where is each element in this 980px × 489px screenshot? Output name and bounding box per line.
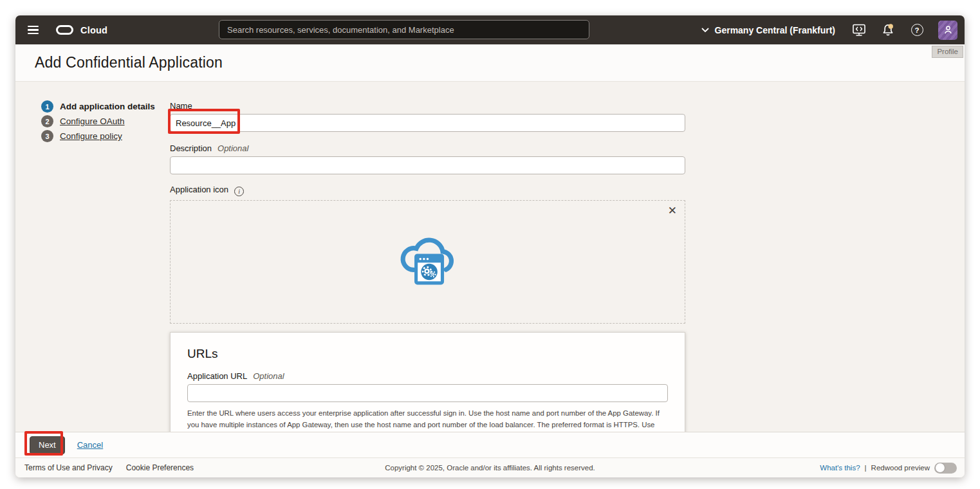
- application-url-label: Application URL: [187, 371, 247, 381]
- profile-avatar[interactable]: [938, 21, 957, 40]
- next-button[interactable]: Next: [30, 436, 65, 454]
- oracle-logo-icon: [56, 25, 73, 35]
- application-icon-preview: [394, 230, 461, 291]
- step-2-label[interactable]: Configure OAuth: [60, 116, 125, 126]
- cloud-shell-button[interactable]: [851, 23, 867, 38]
- step-3-label[interactable]: Configure policy: [60, 131, 122, 141]
- redwood-preview-toggle[interactable]: [934, 463, 957, 474]
- urls-section: URLs Application URL Optional Enter the …: [170, 332, 685, 432]
- application-url-help: Enter the URL where users access your en…: [187, 407, 668, 432]
- cloud-app-icon: [394, 230, 461, 289]
- description-input[interactable]: [170, 156, 685, 174]
- app-window: Cloud Germany Central (Frankfurt): [15, 15, 965, 477]
- person-icon: [943, 24, 954, 35]
- brand-label: Cloud: [80, 25, 107, 35]
- help-button[interactable]: ?: [909, 23, 925, 38]
- whats-this-link[interactable]: What's this?: [820, 464, 860, 472]
- help-icon: ?: [911, 24, 923, 36]
- application-icon-dropzone[interactable]: ✕: [170, 200, 685, 324]
- profile-tooltip: Profile: [932, 46, 963, 58]
- step-2-badge: 2: [41, 115, 53, 127]
- page-header: Add Confidential Application: [15, 44, 965, 82]
- cloud-shell-icon: [852, 24, 866, 37]
- description-label: Description: [170, 143, 212, 153]
- application-icon-label: Application icon: [170, 185, 228, 194]
- page-footer: Terms of Use and Privacy Cookie Preferen…: [15, 457, 965, 477]
- step-1-badge: 1: [41, 100, 53, 113]
- description-optional-label: Optional: [217, 143, 248, 153]
- name-label: Name: [170, 101, 192, 111]
- search-input[interactable]: [219, 20, 589, 39]
- region-selector[interactable]: Germany Central (Frankfurt): [701, 25, 835, 35]
- chevron-down-icon: [701, 28, 709, 33]
- notification-badge: [888, 24, 892, 28]
- close-icon[interactable]: ✕: [668, 205, 677, 216]
- wizard-stepper: 1 Add application details 2 Configure OA…: [41, 100, 155, 142]
- bell-icon: [881, 23, 895, 37]
- terms-link[interactable]: Terms of Use and Privacy: [24, 463, 113, 472]
- wizard-action-bar: Next Cancel: [15, 432, 965, 457]
- cancel-link[interactable]: Cancel: [77, 440, 103, 450]
- stepper-step-3[interactable]: 3 Configure policy: [41, 130, 155, 142]
- step-1-label: Add application details: [60, 102, 155, 111]
- notifications-button[interactable]: [880, 23, 896, 38]
- main-content: 1 Add application details 2 Configure OA…: [15, 82, 965, 432]
- info-icon[interactable]: i: [234, 187, 244, 196]
- toggle-knob: [936, 463, 945, 472]
- region-label: Germany Central (Frankfurt): [715, 25, 835, 35]
- stepper-step-1: 1 Add application details: [41, 100, 155, 113]
- application-details-form: Name Description Optional Application ic…: [170, 101, 685, 432]
- cookie-preferences-link[interactable]: Cookie Preferences: [126, 463, 194, 472]
- name-input[interactable]: [170, 114, 685, 132]
- stepper-step-2[interactable]: 2 Configure OAuth: [41, 115, 155, 127]
- hamburger-menu-icon[interactable]: [28, 23, 43, 38]
- top-navigation-bar: Cloud Germany Central (Frankfurt): [15, 15, 965, 44]
- application-url-input[interactable]: [187, 384, 668, 402]
- page-title: Add Confidential Application: [35, 54, 223, 71]
- urls-heading: URLs: [187, 347, 668, 361]
- redwood-preview-label: Redwood preview: [871, 464, 930, 472]
- oracle-cloud-logo[interactable]: Cloud: [56, 25, 107, 35]
- application-url-optional-label: Optional: [253, 371, 284, 381]
- step-3-badge: 3: [41, 130, 53, 142]
- footer-separator: |: [865, 464, 867, 472]
